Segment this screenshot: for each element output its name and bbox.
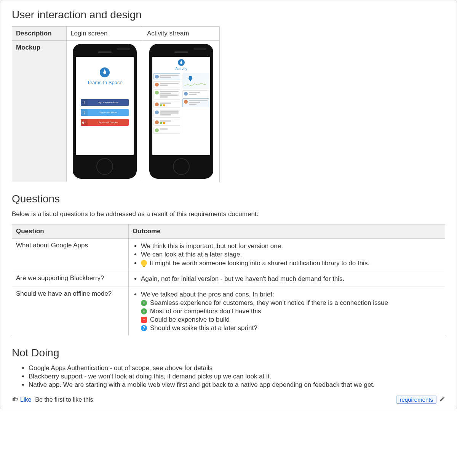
design-row-label-description: Description bbox=[12, 27, 67, 41]
outcome-subitem: +Most of our competitors don't have this bbox=[141, 308, 441, 315]
login-twitter-button[interactable]: tSign in with Twitter bbox=[81, 109, 129, 116]
login-google-button[interactable]: g+Sign in with Google+ bbox=[81, 119, 129, 126]
outcome-subitem: ?Should we spike this at a later sprint? bbox=[141, 324, 441, 332]
outcome-subitem: +Seamless experience for customers, they… bbox=[141, 299, 441, 307]
question-cell: Should we have an offline mode? bbox=[12, 287, 129, 336]
page-footer: Like Be the first to like this requireme… bbox=[12, 396, 445, 404]
section-heading-design: User interaction and design bbox=[12, 9, 445, 21]
like-button[interactable]: Like bbox=[12, 396, 31, 404]
outcome-item: We can look at this at a later stage. bbox=[141, 251, 441, 258]
outcome-subitem-text: Seamless experience for customers, they … bbox=[150, 299, 441, 307]
design-row-label-mockup: Mockup bbox=[12, 41, 67, 182]
first-like-text: Be the first to like this bbox=[35, 396, 93, 403]
outcome-item: We've talked about the pros and cons. In… bbox=[141, 291, 441, 332]
rocket-logo-icon bbox=[100, 67, 110, 77]
phone-home-button bbox=[173, 158, 190, 175]
not-doing-item: Google Apps Authentication - out of scop… bbox=[29, 364, 445, 372]
login-button-label: Sign in with Facebook bbox=[88, 101, 129, 104]
section-heading-not-doing: Not Doing bbox=[12, 347, 445, 359]
section-heading-questions: Questions bbox=[12, 193, 445, 205]
login-facebook-button[interactable]: fSign in with Facebook bbox=[81, 99, 129, 106]
map-tile bbox=[182, 73, 209, 89]
outcome-subitem: −Could be expensive to build bbox=[141, 316, 441, 324]
outcome-subitem-text: Could be expensive to build bbox=[150, 316, 441, 324]
login-screen: Teams In Space fSign in with FacebooktSi… bbox=[76, 57, 134, 155]
login-app-name: Teams In Space bbox=[87, 80, 122, 85]
activity-screen: Activity bbox=[152, 57, 210, 155]
rocket-logo-icon bbox=[178, 59, 185, 66]
not-doing-item: Native app. We are starting with a mobil… bbox=[29, 381, 445, 389]
mockup-activity: Activity bbox=[143, 41, 220, 182]
plus-icon: + bbox=[141, 300, 147, 306]
activity-title: Activity bbox=[152, 67, 210, 71]
outcome-subitem-text: Most of our competitors don't have this bbox=[150, 308, 441, 315]
question-cell: What about Google Apps bbox=[12, 239, 129, 271]
minus-icon: − bbox=[141, 317, 147, 323]
google-icon: g+ bbox=[81, 119, 88, 126]
outcome-item: We think this is important, but not for … bbox=[141, 242, 441, 250]
edit-tags-icon[interactable] bbox=[439, 396, 445, 403]
outcome-subitem-text: Should we spike this at a later sprint? bbox=[150, 324, 441, 332]
question-cell: Are we supporting Blackberry? bbox=[12, 271, 129, 287]
outcome-item: Again, not for initial version - but we … bbox=[141, 275, 441, 283]
like-label: Like bbox=[20, 396, 31, 403]
design-table: Description Login screen Activity stream… bbox=[12, 26, 220, 182]
design-col-title-0: Login screen bbox=[67, 27, 143, 41]
not-doing-list: Google Apps Authentication - out of scop… bbox=[12, 364, 445, 389]
twitter-icon: t bbox=[81, 109, 88, 116]
questions-intro: Below is a list of questions to be addre… bbox=[12, 210, 445, 218]
not-doing-item: Blackberry support - we won't look at do… bbox=[29, 373, 445, 380]
document-page: User interaction and design Description … bbox=[0, 0, 457, 409]
phone-home-button bbox=[96, 158, 113, 175]
outcome-cell: We've talked about the pros and cons. In… bbox=[129, 287, 445, 336]
facebook-icon: f bbox=[81, 99, 88, 106]
questions-col-question: Question bbox=[12, 224, 129, 239]
qmark-icon: ? bbox=[141, 325, 147, 331]
outcome-cell: Again, not for initial version - but we … bbox=[129, 271, 445, 287]
phone-activity: Activity bbox=[149, 44, 213, 179]
login-button-label: Sign in with Google+ bbox=[88, 121, 129, 123]
questions-table: Question Outcome What about Google AppsW… bbox=[12, 224, 445, 336]
outcome-cell: We think this is important, but not for … bbox=[129, 239, 445, 271]
design-col-title-1: Activity stream bbox=[143, 27, 220, 41]
tag-pill[interactable]: requirements bbox=[396, 396, 436, 404]
phone-login: Teams In Space fSign in with FacebooktSi… bbox=[73, 44, 137, 179]
bulb-icon bbox=[141, 260, 147, 266]
login-button-label: Sign in with Twitter bbox=[88, 111, 129, 114]
table-row: Are we supporting Blackberry?Again, not … bbox=[12, 271, 445, 287]
thumb-up-icon bbox=[12, 396, 18, 404]
questions-col-outcome: Outcome bbox=[129, 224, 445, 239]
plus-icon: + bbox=[141, 308, 147, 314]
table-row: Should we have an offline mode?We've tal… bbox=[12, 287, 445, 336]
mockup-login: Teams In Space fSign in with FacebooktSi… bbox=[67, 41, 143, 182]
outcome-item: It might be worth someone looking into a… bbox=[141, 259, 441, 267]
table-row: What about Google AppsWe think this is i… bbox=[12, 239, 445, 271]
